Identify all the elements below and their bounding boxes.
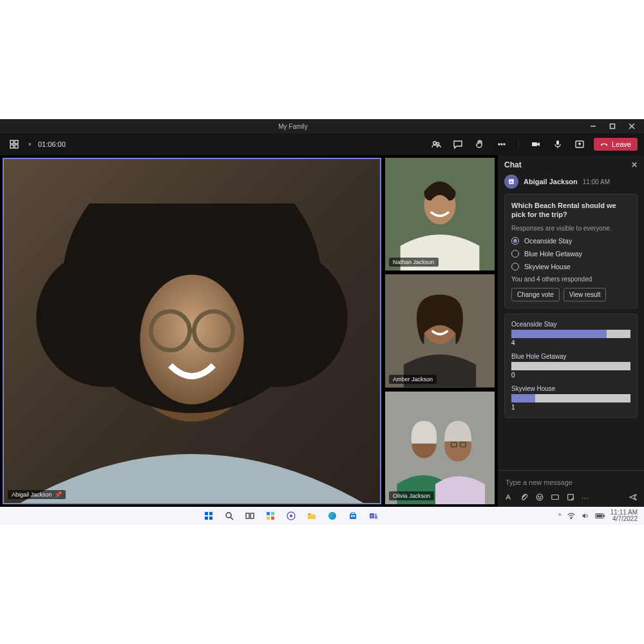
video-gallery: Abigail Jackson 📌 Nathan Jackson	[0, 155, 497, 507]
svg-point-9	[437, 142, 439, 145]
svg-rect-5	[15, 140, 18, 144]
start-button[interactable]	[200, 509, 217, 523]
video-tile[interactable]: Olivia Jackson	[385, 392, 495, 504]
window-maximize-button[interactable]	[603, 119, 622, 133]
svg-rect-46	[205, 516, 208, 520]
poll-option[interactable]: Oceanside Stay	[511, 237, 630, 245]
video-tile[interactable]: Nathan Jackson	[385, 158, 495, 270]
window-close-button[interactable]	[622, 119, 641, 133]
battery-icon	[595, 513, 605, 519]
svg-rect-53	[271, 512, 274, 515]
svg-rect-62	[351, 515, 353, 517]
sticker-icon[interactable]	[566, 493, 575, 503]
participant-name-chip: Abigail Jackson 📌	[8, 490, 66, 499]
radio-icon	[511, 250, 519, 258]
poll-result-row: Skyview House1	[511, 385, 630, 411]
poll-result-row: Blue Hole Getaway0	[511, 353, 630, 379]
gif-icon[interactable]	[551, 493, 560, 503]
svg-rect-7	[15, 145, 18, 148]
emoji-icon[interactable]	[535, 493, 544, 503]
participant-name-chip: Olivia Jackson	[389, 491, 434, 500]
participant-name-chip: Nathan Jackson	[389, 258, 439, 267]
svg-rect-37	[511, 181, 511, 184]
participant-name-chip: Amber Jackson	[389, 375, 437, 384]
svg-rect-36	[510, 182, 511, 183]
poll-result-row: Oceanside Stay4	[511, 321, 630, 346]
more-compose-icon[interactable]: ···	[582, 494, 589, 502]
svg-point-11	[501, 144, 502, 145]
send-button[interactable]	[629, 493, 638, 503]
mic-button[interactable]	[550, 137, 565, 152]
svg-point-41	[540, 497, 541, 497]
more-actions-button[interactable]	[494, 137, 509, 152]
svg-rect-61	[351, 513, 355, 515]
view-result-button[interactable]: View result	[564, 288, 607, 301]
poll-card: Which Beach Rental should we pick for th…	[504, 194, 638, 308]
message-composer: Type a new message ···	[498, 470, 644, 507]
poll-visibility-note: Responses are visible to everyone.	[511, 225, 630, 232]
window-title: My Family	[3, 123, 583, 130]
store-button[interactable]	[345, 509, 361, 523]
camera-button[interactable]	[528, 137, 544, 152]
chat-close-button[interactable]: ✕	[631, 160, 638, 169]
svg-point-12	[504, 144, 505, 145]
attach-icon[interactable]	[520, 493, 529, 503]
svg-point-39	[536, 494, 543, 500]
chevron-down-icon: ▾	[28, 141, 32, 147]
video-tile-main[interactable]: Abigail Jackson 📌	[3, 158, 381, 504]
poll-message-header: Abigail Jackson 11:00 AM	[504, 175, 638, 189]
gallery-layout-button[interactable]	[6, 137, 22, 152]
tray-chevron-icon[interactable]: ^	[558, 513, 562, 520]
svg-point-66	[374, 513, 376, 515]
poll-question: Which Beach Rental should we pick for th…	[511, 201, 630, 220]
poll-option[interactable]: Skyview House	[511, 263, 630, 270]
svg-rect-58	[308, 513, 311, 515]
svg-text:T: T	[370, 515, 373, 518]
window-minimize-button[interactable]	[583, 119, 603, 133]
radio-icon	[511, 237, 519, 245]
svg-rect-54	[267, 516, 270, 520]
svg-point-8	[433, 142, 437, 145]
file-explorer-button[interactable]	[303, 509, 320, 523]
svg-rect-1	[611, 124, 615, 129]
radio-icon	[511, 263, 519, 270]
svg-rect-13	[532, 142, 537, 146]
chat-panel: Chat ✕ Abigail Jackson 11:00 AM Which Be…	[497, 155, 644, 507]
svg-rect-4	[10, 140, 14, 144]
teams-button[interactable]: T	[365, 509, 382, 523]
svg-rect-50	[246, 513, 249, 518]
taskbar-clock[interactable]: 11:11 AM 4/7/2022	[611, 509, 638, 523]
message-input[interactable]: Type a new message	[504, 476, 638, 489]
people-button[interactable]	[428, 137, 444, 152]
svg-line-49	[231, 517, 233, 520]
svg-point-40	[538, 497, 539, 497]
svg-rect-38	[512, 182, 513, 184]
system-tray[interactable]: ^ 11:11 AM 4/7/2022	[558, 509, 644, 523]
video-tile[interactable]: Amber Jackson	[385, 274, 495, 387]
leave-label: Leave	[612, 140, 631, 148]
svg-rect-55	[271, 516, 274, 520]
widgets-button[interactable]	[262, 509, 279, 523]
share-screen-button[interactable]	[572, 137, 587, 152]
edge-button[interactable]	[324, 509, 341, 523]
svg-rect-51	[251, 513, 254, 518]
format-icon[interactable]	[504, 493, 513, 503]
task-view-button[interactable]	[242, 509, 258, 523]
svg-point-57	[289, 515, 292, 517]
meeting-toolbar: ▾ 01:06:00 Leave	[0, 133, 644, 155]
poll-option[interactable]: Blue Hole Getaway	[511, 250, 630, 258]
chat-toggle-button[interactable]	[450, 137, 466, 152]
svg-rect-44	[205, 512, 208, 515]
poll-results-card: Oceanside Stay4Blue Hole Getaway0Skyview…	[504, 314, 638, 418]
poll-app-icon	[504, 175, 518, 189]
svg-rect-52	[267, 512, 270, 515]
search-button[interactable]	[221, 509, 238, 523]
svg-rect-42	[552, 495, 559, 500]
raise-hand-button[interactable]	[472, 137, 488, 152]
chat-shortcut[interactable]	[283, 509, 299, 523]
leave-button[interactable]: Leave	[594, 138, 638, 151]
wifi-icon	[567, 511, 576, 520]
svg-rect-47	[209, 516, 213, 520]
change-vote-button[interactable]: Change vote	[511, 288, 560, 301]
svg-point-48	[226, 513, 231, 518]
